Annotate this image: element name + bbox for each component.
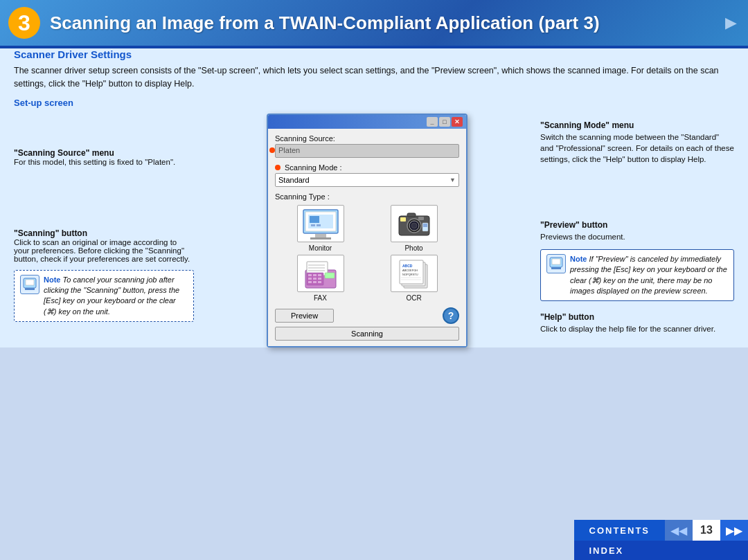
- scanning-mode-annotation: "Scanning Mode" menu Switch the scanning…: [540, 120, 734, 165]
- maximize-button[interactable]: □: [439, 117, 450, 127]
- scanning-type-label: Scanning Type :: [275, 192, 459, 201]
- monitor-icon: [297, 205, 344, 242]
- svg-rect-31: [318, 278, 321, 280]
- section-desc: The scanner driver setup screen consists…: [14, 64, 734, 91]
- chapter-number: 3: [8, 7, 40, 39]
- svg-rect-28: [318, 274, 321, 276]
- dialog-titlebar: _ □ ✕: [268, 115, 466, 129]
- center-col: _ □ ✕ Scanning Source: Platen: [205, 114, 529, 347]
- scanning-button-row: Scanning: [275, 327, 459, 341]
- svg-rect-17: [400, 217, 406, 222]
- note-icon-right: [546, 254, 566, 273]
- scanning-button-annotation: "Scanning" button Click to scan an origi…: [14, 228, 194, 263]
- svg-text:ABCDEFGH: ABCDEFGH: [402, 269, 418, 272]
- photo-icon: [391, 205, 438, 242]
- scanning-submit-button[interactable]: Scanning: [275, 327, 459, 341]
- section-title: Scanner Driver Settings: [14, 48, 734, 60]
- page-header: 3 Scanning an Image from a TWAIN-Complia…: [0, 0, 748, 46]
- page-title: Scanning an Image from a TWAIN-Compliant…: [50, 12, 600, 34]
- svg-rect-35: [325, 273, 335, 278]
- page-number: 13: [693, 520, 720, 541]
- dialog-body: Scanning Source: Platen Scanning Mode :: [268, 129, 466, 346]
- svg-rect-27: [313, 274, 317, 276]
- monitor-label: Monitor: [309, 244, 332, 252]
- scanning-source-desc: For this model, this setting is fixed to…: [14, 158, 194, 166]
- scanner-dialog: _ □ ✕ Scanning Source: Platen: [267, 114, 467, 347]
- svg-text:ABCD: ABCD: [402, 264, 413, 268]
- svg-rect-19: [423, 224, 427, 227]
- index-row: INDEX: [574, 541, 749, 560]
- scanning-mode-ann-text: Switch the scanning mode between the "St…: [540, 132, 734, 165]
- contents-row: CONTENTS ◀◀ 13 ▶▶: [574, 520, 749, 541]
- photo-label: Photo: [404, 244, 422, 252]
- left-col: "Scanning Source" menu For this model, t…: [14, 114, 194, 347]
- note-box-right: Note If "Preview" is canceled by immedia…: [540, 249, 734, 302]
- note-content-right: Note If "Preview" is canceled by immedia…: [570, 254, 728, 297]
- help-btn-ann-text: Click to display the help file for the s…: [540, 323, 734, 334]
- right-col: "Scanning Mode" menu Switch the scanning…: [540, 114, 734, 347]
- fax-icon: [297, 255, 344, 292]
- scanning-source-annotation: "Scanning Source" menu For this model, t…: [14, 148, 194, 166]
- scanning-mode-ann-title: "Scanning Mode" menu: [540, 120, 734, 130]
- forward-button[interactable]: ▶▶: [720, 520, 748, 541]
- header-arrow-icon: ▶: [725, 14, 737, 32]
- close-button[interactable]: ✕: [452, 117, 463, 127]
- ocr-icon: ABCD ABCDEFGH NOPQRSTU: [391, 255, 438, 292]
- scanning-button-desc: Click to scan an original or image accor…: [14, 238, 194, 263]
- svg-rect-30: [313, 278, 317, 280]
- ocr-label: OCR: [406, 294, 421, 302]
- svg-rect-26: [308, 274, 312, 276]
- scan-type-photo[interactable]: Photo: [368, 205, 459, 252]
- scanning-source-input[interactable]: Platen: [275, 144, 459, 158]
- scan-type-ocr[interactable]: ABCD ABCDEFGH NOPQRSTU OCR: [368, 255, 459, 302]
- two-col-layout: "Scanning Source" menu For this model, t…: [14, 114, 734, 347]
- svg-rect-8: [310, 216, 319, 223]
- scanning-mode-field-label: Scanning Mode :: [275, 163, 459, 172]
- scanning-source-dot: [269, 147, 275, 153]
- svg-rect-9: [311, 224, 315, 226]
- svg-rect-32: [308, 281, 312, 283]
- help-btn-ann-title: "Help" button: [540, 312, 734, 322]
- scan-type-monitor[interactable]: Monitor: [275, 205, 366, 252]
- minimize-button[interactable]: _: [427, 117, 438, 127]
- bottom-navigation: CONTENTS ◀◀ 13 ▶▶ INDEX: [574, 520, 749, 560]
- scanning-source-title: "Scanning Source" menu: [14, 148, 194, 158]
- svg-point-14: [411, 223, 417, 228]
- svg-rect-15: [418, 217, 424, 220]
- preview-button[interactable]: Preview: [275, 309, 334, 323]
- preview-button-annotation: "Preview" button Previews the document.: [540, 220, 734, 242]
- dialog-controls: _ □ ✕: [427, 117, 463, 127]
- svg-text:NOPQRSTU: NOPQRSTU: [402, 273, 418, 276]
- scanning-source-field: Platen: [275, 144, 459, 158]
- fax-label: FAX: [314, 294, 327, 302]
- page-wrapper: 3 Scanning an Image from a TWAIN-Complia…: [0, 0, 748, 560]
- svg-rect-10: [317, 224, 321, 226]
- note-content-left: Note To cancel your scanning job after c…: [44, 275, 188, 318]
- svg-rect-2: [26, 280, 34, 285]
- svg-rect-5: [315, 234, 326, 237]
- back-button[interactable]: ◀◀: [665, 520, 693, 541]
- scan-type-fax[interactable]: FAX: [275, 255, 366, 302]
- scanning-source-field-label: Scanning Source:: [275, 134, 459, 143]
- main-content: Scanner Driver Settings The scanner driv…: [0, 48, 748, 347]
- scanning-button-title: "Scanning" button: [14, 228, 194, 238]
- help-button-annotation: "Help" button Click to display the help …: [540, 312, 734, 334]
- scanning-mode-select[interactable]: Standard ▼: [275, 173, 459, 187]
- dialog-bottom-buttons: Preview ?: [275, 307, 459, 324]
- contents-button[interactable]: CONTENTS: [574, 520, 666, 541]
- svg-rect-33: [313, 281, 317, 283]
- note-icon-left: [20, 275, 39, 294]
- svg-rect-6: [310, 237, 331, 240]
- svg-rect-34: [318, 281, 321, 283]
- svg-rect-46: [552, 259, 560, 264]
- scanning-mode-dot: [275, 165, 280, 170]
- svg-rect-29: [308, 278, 312, 280]
- svg-rect-45: [551, 267, 561, 269]
- note-box-left: Note To cancel your scanning job after c…: [14, 270, 194, 323]
- preview-btn-ann-title: "Preview" button: [540, 220, 734, 230]
- preview-btn-ann-text: Previews the document.: [540, 231, 734, 242]
- index-button[interactable]: INDEX: [574, 541, 749, 560]
- svg-rect-1: [25, 288, 35, 290]
- help-button[interactable]: ?: [443, 307, 459, 324]
- subsection-title: Set-up screen: [14, 98, 734, 108]
